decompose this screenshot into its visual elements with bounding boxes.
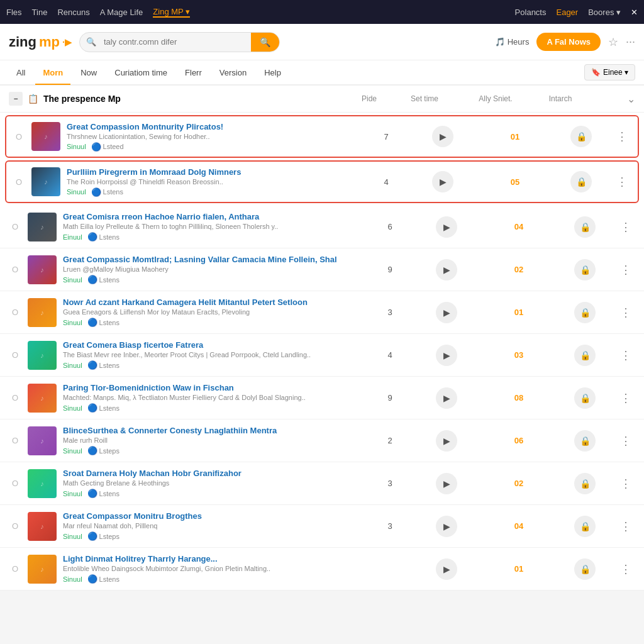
song-tag-green[interactable]: Sinuul <box>63 362 82 369</box>
play-button[interactable]: ▶ <box>436 216 457 238</box>
song-tag-green[interactable]: Sinuul <box>63 490 82 497</box>
song-title[interactable]: Light Dinmat Holitrey Tharrly Harange... <box>63 554 365 564</box>
more-options-button[interactable]: ⋮ <box>613 175 631 189</box>
heurs-button[interactable]: 🎵 Heurs <box>495 37 530 47</box>
song-title[interactable]: Great Comisra rreon Hachoe Narrio fialen… <box>63 212 365 221</box>
topnav-close[interactable]: ✕ <box>631 8 638 17</box>
row-checkbox[interactable]: O <box>9 564 21 574</box>
play-button[interactable]: ▶ <box>436 430 457 452</box>
song-listen-tag[interactable]: 🔵 Lsteps <box>87 446 119 455</box>
song-listen-tag[interactable]: 🔵 Lstens <box>87 275 119 284</box>
secnav-morn[interactable]: Morn <box>35 62 70 85</box>
song-title[interactable]: Great Compassic Momtlrad; Lasning Vallar… <box>63 255 365 264</box>
secnav-version[interactable]: Version <box>212 62 254 85</box>
topnav-polancts[interactable]: Polancts <box>515 8 547 17</box>
lock-button[interactable]: 🔒 <box>570 126 592 147</box>
lock-button[interactable]: 🔒 <box>574 558 596 580</box>
lock-button[interactable]: 🔒 <box>574 516 596 537</box>
more-options-button[interactable]: ⋮ <box>616 391 635 405</box>
song-listen-tag[interactable]: 🔵 Lstens <box>87 318 119 327</box>
song-listen-tag[interactable]: 🔵 Lsteps <box>87 531 119 541</box>
logo[interactable]: zingmp ·▶ <box>9 34 72 50</box>
song-listen-tag[interactable]: 🔵 Lstens <box>87 232 119 242</box>
song-title[interactable]: Purlliim Piregrerm in Momraad Dolg Nimne… <box>67 167 361 177</box>
secnav-all[interactable]: All <box>9 62 33 85</box>
einee-filter-button[interactable]: 🔖 Einee ▾ <box>584 64 635 80</box>
row-checkbox[interactable]: O <box>9 393 21 402</box>
collapse-button[interactable]: − <box>9 92 23 106</box>
row-checkbox[interactable]: O <box>9 222 21 231</box>
song-tag-green[interactable]: Sinuul <box>67 143 86 150</box>
row-checkbox[interactable]: O <box>9 350 21 360</box>
play-button[interactable]: ▶ <box>432 171 453 192</box>
play-button[interactable]: ▶ <box>436 473 457 494</box>
play-button[interactable]: ▶ <box>436 302 457 323</box>
song-title[interactable]: Paring Tlor-Bomenidniction Waw in Fischa… <box>63 383 365 392</box>
song-listen-tag[interactable]: 🔵 Lstens <box>87 574 119 584</box>
lock-button[interactable]: 🔒 <box>574 216 596 238</box>
search-button[interactable]: 🔍 <box>251 33 279 52</box>
topnav-boores[interactable]: Boores ▾ <box>588 8 621 17</box>
song-tag-green[interactable]: Sinuul <box>63 447 82 455</box>
row-checkbox[interactable]: O <box>13 177 25 187</box>
lock-button[interactable]: 🔒 <box>574 473 596 494</box>
row-checkbox[interactable]: O <box>9 308 21 317</box>
song-listen-tag[interactable]: 🔵 Lstens <box>87 489 119 498</box>
more-options-button[interactable]: ⋮ <box>616 306 635 319</box>
more-options-icon[interactable]: ··· <box>626 35 635 48</box>
row-checkbox[interactable]: O <box>9 265 21 274</box>
song-title[interactable]: Great Compassor Monitru Brogthes <box>63 511 365 521</box>
song-listen-tag[interactable]: 🔵 Lsteed <box>91 142 124 152</box>
playlist-expand-button[interactable]: ⌄ <box>627 93 635 105</box>
play-button[interactable]: ▶ <box>432 126 453 147</box>
play-button[interactable]: ▶ <box>436 387 457 409</box>
more-options-button[interactable]: ⋮ <box>616 434 635 448</box>
topnav-zingmp[interactable]: Zing MP ▾ <box>153 7 190 18</box>
play-button[interactable]: ▶ <box>436 516 457 537</box>
topnav-fles[interactable]: Fles <box>6 8 22 17</box>
more-options-button[interactable]: ⋮ <box>613 130 631 143</box>
more-options-button[interactable]: ⋮ <box>616 348 635 362</box>
song-tag-green[interactable]: Sinuul <box>63 319 82 326</box>
play-button[interactable]: ▶ <box>436 345 457 366</box>
song-title[interactable]: Sroat Darnera Holy Machan Hobr Granifiza… <box>63 469 365 478</box>
lock-button[interactable]: 🔒 <box>574 430 596 452</box>
lock-button[interactable]: 🔒 <box>574 302 596 323</box>
more-options-button[interactable]: ⋮ <box>616 220 635 234</box>
song-title[interactable]: Great Comera Biasp ficertoe Fatrera <box>63 340 365 350</box>
more-options-button[interactable]: ⋮ <box>616 477 635 491</box>
star-icon[interactable]: ☆ <box>608 35 618 49</box>
song-tag-green[interactable]: Einuul <box>63 233 82 241</box>
more-options-button[interactable]: ⋮ <box>616 519 635 533</box>
song-title[interactable]: Nowr Ad czant Harkand Camagera Helit Mit… <box>63 297 365 307</box>
more-options-button[interactable]: ⋮ <box>616 562 635 576</box>
upgrade-button[interactable]: A Fal Nows <box>536 33 601 51</box>
secnav-help[interactable]: Help <box>257 62 289 85</box>
topnav-magelife[interactable]: A Mage Life <box>100 8 143 17</box>
row-checkbox[interactable]: O <box>9 479 21 488</box>
song-title[interactable]: Great Compassion Montnurity Plircatos! <box>67 122 361 131</box>
song-tag-green[interactable]: Sinuul <box>63 404 82 412</box>
song-tag-green[interactable]: Sinuul <box>63 276 82 284</box>
song-listen-tag[interactable]: 🔵 Lstens <box>91 187 123 197</box>
row-checkbox[interactable]: O <box>9 521 21 531</box>
lock-button[interactable]: 🔒 <box>574 345 596 366</box>
secnav-flerr[interactable]: Flerr <box>177 62 209 85</box>
play-button[interactable]: ▶ <box>436 558 457 580</box>
row-checkbox[interactable]: O <box>13 132 25 142</box>
topnav-tine[interactable]: Tine <box>32 8 48 17</box>
secnav-curiatiom[interactable]: Curiatiom time <box>107 62 175 85</box>
more-options-button[interactable]: ⋮ <box>616 263 635 277</box>
secnav-now[interactable]: Now <box>73 62 104 85</box>
lock-button[interactable]: 🔒 <box>574 387 596 409</box>
row-checkbox[interactable]: O <box>9 436 21 445</box>
search-input[interactable] <box>96 33 251 51</box>
play-button[interactable]: ▶ <box>436 259 457 280</box>
lock-button[interactable]: 🔒 <box>570 171 592 192</box>
song-listen-tag[interactable]: 🔵 Lstens <box>87 403 119 413</box>
lock-button[interactable]: 🔒 <box>574 259 596 280</box>
topnav-rencuns[interactable]: Rencuns <box>57 8 89 17</box>
song-tag-green[interactable]: Sinuul <box>63 533 82 540</box>
song-tag-green[interactable]: Sinuul <box>67 188 86 196</box>
song-listen-tag[interactable]: 🔵 Lstens <box>87 360 119 370</box>
